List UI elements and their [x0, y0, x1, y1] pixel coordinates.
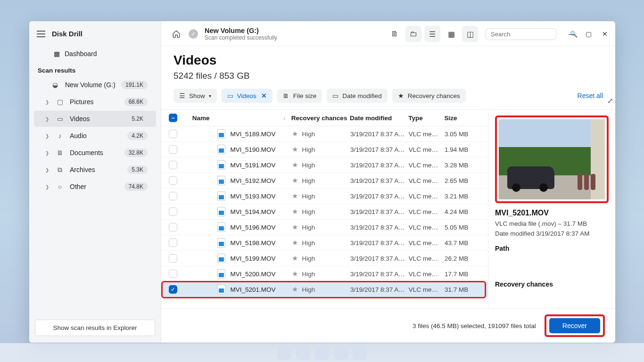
remove-filter-icon[interactable]: ✕	[261, 92, 267, 99]
sidebar-item-archives[interactable]: ❯⧉Archives5.3K	[34, 162, 156, 178]
table-row[interactable]: MVI_5199.MOV★High3/19/2017 8:37 A…VLC me…	[161, 251, 488, 266]
taskbar-item[interactable]	[315, 346, 329, 360]
details-recovery-label: Recovery chances	[495, 280, 609, 288]
show-in-explorer-button[interactable]: Show scan results in Explorer	[35, 320, 155, 336]
sidebar: Disk Drill ▦ Dashboard Scan results ◒ Ne…	[29, 21, 161, 343]
sidebar-item-label: Videos	[70, 115, 122, 123]
file-name: MVI_5189.MOV	[230, 131, 275, 138]
star-icon: ★	[292, 130, 298, 138]
sidebar-item-pictures[interactable]: ❯▢Pictures68.6K	[34, 94, 156, 110]
row-checkbox[interactable]: ✓	[169, 285, 177, 294]
taskbar[interactable]	[0, 343, 644, 362]
sidebar-dashboard-label: Dashboard	[65, 50, 97, 58]
sidebar-dashboard[interactable]: ▦ Dashboard	[34, 46, 156, 61]
row-checkbox[interactable]	[169, 270, 177, 278]
folder-icon[interactable]: 🗀	[405, 26, 421, 42]
video-file-icon	[217, 254, 225, 263]
col-date[interactable]: Date modified	[350, 115, 408, 122]
row-checkbox[interactable]	[169, 239, 177, 247]
row-checkbox[interactable]	[169, 161, 177, 169]
type-value: VLC me…	[409, 193, 445, 200]
close-button[interactable]: ✕	[602, 30, 608, 38]
row-checkbox[interactable]	[169, 207, 177, 216]
size-value: 4.24 MB	[445, 208, 480, 215]
taskbar-item[interactable]	[296, 346, 310, 360]
file-icon[interactable]: 🗎	[387, 26, 403, 42]
sliders-icon: ☰	[179, 92, 185, 99]
filter-recovery-chip[interactable]: ★ Recovery chances	[392, 89, 466, 103]
sidebar-item-other[interactable]: ❯○Other74.8K	[34, 179, 156, 195]
table-row[interactable]: MVI_5194.MOV★High3/19/2017 8:37 A…VLC me…	[161, 204, 488, 220]
col-type[interactable]: Type	[408, 115, 444, 122]
size-value: 3.21 MB	[445, 193, 480, 200]
split-view-icon[interactable]: ◫	[462, 26, 478, 42]
home-icon[interactable]	[169, 26, 184, 41]
recover-highlight: Recover	[545, 314, 605, 337]
reset-filters-link[interactable]: Reset all	[578, 92, 603, 99]
preview-thumbnail[interactable]	[499, 119, 605, 199]
table-row[interactable]: MVI_5189.MOV★High3/19/2017 8:37 A…VLC me…	[161, 126, 488, 142]
sort-arrow-icon[interactable]: ↓	[283, 115, 291, 121]
filter-bar: ☰ Show ▾ ▭ Videos ✕ 🗎 File size ▭ Date m…	[161, 86, 615, 109]
sidebar-item-audio[interactable]: ❯♪Audio4.2K	[34, 128, 156, 144]
filter-date-chip[interactable]: ▭ Date modified	[327, 89, 387, 103]
row-checkbox[interactable]	[169, 192, 177, 200]
sidebar-item-label: Pictures	[70, 98, 119, 106]
file-name: MVI_5201.MOV	[230, 286, 275, 293]
size-value: 3.05 MB	[445, 131, 480, 138]
table-row[interactable]: ✓MVI_5201.MOV★High3/19/2017 8:37 A…VLC m…	[161, 282, 488, 297]
table-row[interactable]: MVI_5198.MOV★High3/19/2017 8:37 A…VLC me…	[161, 235, 488, 251]
row-checkbox[interactable]	[169, 223, 177, 231]
video-file-icon	[217, 285, 225, 294]
type-value: VLC me…	[409, 286, 445, 293]
table-row[interactable]: MVI_5200.MOV★High3/19/2017 8:37 A…VLC me…	[161, 266, 488, 282]
col-recovery[interactable]: Recovery chances	[291, 115, 350, 122]
minimize-button[interactable]: —	[569, 30, 575, 38]
taskbar-item[interactable]	[334, 346, 348, 360]
sidebar-item-videos[interactable]: ❯▭Videos5.2K	[34, 111, 156, 127]
header-checkbox[interactable]: –	[169, 114, 177, 122]
popout-icon[interactable]: ⤢	[607, 97, 613, 105]
filter-filesize-chip[interactable]: 🗎 File size	[277, 89, 322, 103]
recovery-value: High	[302, 146, 315, 153]
row-checkbox[interactable]	[169, 254, 177, 263]
star-icon: ★	[292, 192, 298, 200]
table-row[interactable]: MVI_5193.MOV★High3/19/2017 8:37 A…VLC me…	[161, 189, 488, 204]
table-row[interactable]: MVI_5196.MOV★High3/19/2017 8:37 A…VLC me…	[161, 220, 488, 235]
search-input[interactable]	[491, 31, 570, 38]
menu-icon[interactable]	[37, 31, 45, 37]
size-value: 5.05 MB	[445, 224, 480, 231]
size-value: 2.65 MB	[445, 177, 480, 184]
col-size[interactable]: Size	[445, 115, 480, 122]
size-value: 31.7 MB	[445, 286, 480, 293]
taskbar-item[interactable]	[277, 346, 291, 360]
star-icon: ★	[292, 176, 298, 185]
sidebar-item-badge: 68.6K	[124, 98, 148, 106]
show-dropdown[interactable]: ☰ Show ▾	[173, 89, 217, 103]
maximize-button[interactable]: ▢	[586, 30, 592, 38]
row-checkbox[interactable]	[169, 176, 177, 185]
sidebar-item-documents[interactable]: ❯🗎Documents32.8K	[34, 145, 156, 161]
file-name: MVI_5198.MOV	[230, 239, 275, 247]
row-checkbox[interactable]	[169, 145, 177, 154]
search-box[interactable]: 🔍	[486, 28, 556, 40]
filter-videos-chip[interactable]: ▭ Videos ✕	[222, 89, 272, 103]
grid-view-icon[interactable]: ▦	[443, 26, 459, 42]
drive-icon: ◒	[51, 81, 59, 89]
type-value: VLC me…	[409, 208, 445, 215]
date-value: 3/19/2017 8:37 A…	[350, 255, 409, 262]
table-row[interactable]: MVI_5191.MOV★High3/19/2017 8:37 A…VLC me…	[161, 157, 488, 173]
list-view-icon[interactable]: ☰	[424, 26, 440, 42]
category-icon: ○	[56, 183, 64, 190]
view-toolbar: 🗎 🗀 ☰ ▦ ◫	[387, 26, 478, 42]
recovery-value: High	[302, 239, 315, 247]
row-checkbox[interactable]	[169, 130, 177, 138]
recover-button[interactable]: Recover	[549, 318, 600, 333]
page-subcount: 5242 files / 853 GB	[173, 71, 603, 81]
sidebar-volume[interactable]: ◒ New Volume (G:) 191.1K	[34, 77, 156, 93]
col-name[interactable]: Name	[192, 115, 210, 122]
table-row[interactable]: MVI_5192.MOV★High3/19/2017 8:37 A…VLC me…	[161, 173, 488, 189]
table-row[interactable]: MVI_5190.MOV★High3/19/2017 8:37 A…VLC me…	[161, 142, 488, 157]
taskbar-item[interactable]	[353, 346, 367, 360]
date-value: 3/19/2017 8:37 A…	[350, 208, 409, 215]
